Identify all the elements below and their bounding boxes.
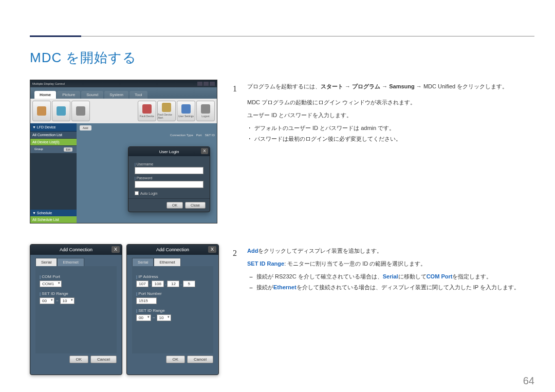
main-tabs: Home Picture Sound System Tool	[30, 87, 217, 99]
close-icon[interactable]	[210, 82, 215, 86]
dialog-close-icon[interactable]: X	[112, 246, 120, 253]
logout-icon	[201, 104, 210, 114]
sidebar-item-schedule-list[interactable]: All Schedule List	[30, 216, 77, 223]
cancel-button[interactable]: Cancel	[187, 356, 213, 363]
tab-home[interactable]: Home	[34, 91, 56, 99]
ip-address-label: IP Address	[136, 274, 209, 279]
sidebar-item-all-connection[interactable]: All Connection List	[30, 132, 77, 139]
tool-fault-device[interactable]: Fault Device	[138, 101, 156, 121]
tab-serial[interactable]: Serial	[132, 258, 154, 266]
step2-line2: SET ID Range: モニターに割り当てる一意の ID の範囲を選択します…	[247, 258, 534, 269]
dialog-title: Add Connection X	[30, 245, 122, 255]
step1-line2: MDC プログラムの起動後にログイン ウィンドウが表示されます。	[247, 97, 534, 108]
range-separator: ~	[56, 298, 59, 303]
tool-volume[interactable]	[71, 101, 90, 121]
page-title: MDC を開始する	[30, 49, 137, 67]
dialog-title: User Login X	[128, 147, 210, 156]
tab-ethernet[interactable]: Ethernet	[154, 258, 180, 266]
window-controls	[197, 82, 215, 86]
dialog-close-icon[interactable]: X	[208, 246, 216, 253]
ok-button[interactable]: OK	[69, 356, 89, 363]
page-number: 64	[523, 375, 534, 387]
tool-user-settings[interactable]: User Settings	[177, 101, 195, 121]
step-number-1: 1	[233, 81, 240, 144]
sidebar-group-row: Group Edit	[30, 146, 77, 153]
top-rule	[30, 36, 534, 36]
step1-line3: ユーザー ID とパスワードを入力します。	[247, 110, 534, 121]
port-number-input[interactable]: 1515	[136, 297, 157, 304]
set-id-range-label: SET ID Range	[40, 291, 113, 296]
step1-bullet1: デフォルトのユーザー ID とパスワードは admin です。	[247, 123, 534, 134]
instructions-step-2: 2 Addをクリックしてディスプレイ装置を追加します。 SET ID Range…	[233, 246, 534, 299]
checkbox-icon	[135, 191, 139, 195]
window-titlebar: Multiple Display Control	[30, 80, 217, 87]
tool-fault-alert[interactable]: Fault Device Alert	[157, 101, 176, 121]
tab-ethernet[interactable]: Ethernet	[57, 258, 84, 266]
add-connection-dialog-ethernet: Add Connection X Serial Ethernet IP Addr…	[126, 244, 219, 375]
password-input[interactable]	[135, 181, 203, 188]
step2-dash1: 接続が RS232C を介して確立されている場合は、Serialに移動してCOM…	[247, 271, 534, 282]
tab-tool[interactable]: Tool	[130, 91, 147, 99]
sidebar: ▼ LFD Device All Connection List All Dev…	[30, 123, 77, 223]
top-rule-accent	[30, 35, 81, 37]
step1-bullet2: パスワードは最初のログイン後に必ず変更してください。	[247, 134, 534, 144]
range-separator: ~	[153, 315, 155, 320]
power-icon	[37, 106, 46, 116]
tool-power[interactable]	[32, 101, 51, 121]
login-close-button[interactable]: Close	[185, 202, 206, 209]
minimize-icon[interactable]	[197, 82, 202, 86]
tab-serial[interactable]: Serial	[35, 258, 57, 266]
range-from-select[interactable]: 00	[40, 297, 54, 304]
com-port-select[interactable]: COM1	[40, 281, 62, 287]
sidebar-item-all-device[interactable]: All Device List(0)	[30, 139, 77, 146]
login-ok-button[interactable]: OK	[166, 202, 183, 209]
password-label: Password	[135, 176, 203, 180]
user-icon	[181, 104, 191, 114]
dialog-close-icon[interactable]: X	[201, 148, 208, 154]
mdc-main-window: Multiple Display Control Home Picture So…	[30, 80, 217, 223]
sidebar-edit-button[interactable]: Edit	[64, 147, 72, 152]
step2-line1: Addをクリックしてディスプレイ装置を追加します。	[247, 246, 534, 256]
ip-address-input[interactable]: 107. 108. 12. 5	[136, 281, 209, 287]
ok-button[interactable]: OK	[166, 356, 186, 363]
add-button[interactable]: Add	[80, 125, 91, 130]
column-headers: Connection Type Port SET ID	[170, 134, 215, 137]
range-to-select[interactable]: 10	[60, 297, 75, 304]
dialog-title: Add Connection X	[127, 245, 218, 255]
sidebar-header-schedule[interactable]: ▼ Schedule	[30, 210, 77, 216]
step1-line1: プログラムを起動するには、スタート → プログラム → Samsung → MD…	[247, 81, 534, 92]
username-input[interactable]	[135, 167, 203, 174]
port-number-label: Port Number	[136, 291, 209, 296]
add-connection-dialog-serial: Add Connection X Serial Ethernet COM Por…	[30, 244, 122, 375]
instructions-step-1: 1 プログラムを起動するには、スタート → プログラム → Samsung → …	[233, 81, 534, 150]
main-panel: Add Connection Type Port SET ID User Log…	[77, 123, 217, 223]
tool-logout[interactable]: Logout	[196, 101, 215, 121]
sidebar-header-lfd[interactable]: ▼ LFD Device	[30, 123, 77, 132]
window-title: Multiple Display Control	[32, 82, 65, 85]
tab-sound[interactable]: Sound	[81, 91, 103, 99]
username-label: Username	[135, 162, 203, 166]
sidebar-group-label: Group	[34, 147, 43, 152]
auto-login-checkbox[interactable]: Auto Login	[135, 191, 203, 195]
maximize-icon[interactable]	[203, 82, 209, 86]
tool-input[interactable]	[52, 101, 70, 121]
alert-icon	[162, 103, 171, 112]
tab-system[interactable]: System	[104, 91, 128, 99]
fault-icon	[142, 104, 152, 114]
tab-picture[interactable]: Picture	[57, 91, 80, 99]
volume-icon	[76, 106, 85, 116]
input-icon	[57, 106, 66, 116]
user-login-dialog: User Login X Username Password Auto Logi…	[128, 146, 210, 212]
cancel-button[interactable]: Cancel	[90, 356, 117, 363]
step-number-2: 2	[233, 246, 240, 293]
step2-dash2: 接続がEthernetを介して接続されている場合は、ディスプレイ装置に関して入力…	[247, 282, 534, 293]
toolbar: Fault Device Fault Device Alert User Set…	[30, 99, 217, 123]
range-from-select[interactable]: 00	[136, 314, 151, 321]
range-to-select[interactable]: 10	[157, 314, 172, 321]
com-port-label: COM Port	[40, 274, 113, 279]
set-id-range-label: SET ID Range	[136, 308, 209, 313]
